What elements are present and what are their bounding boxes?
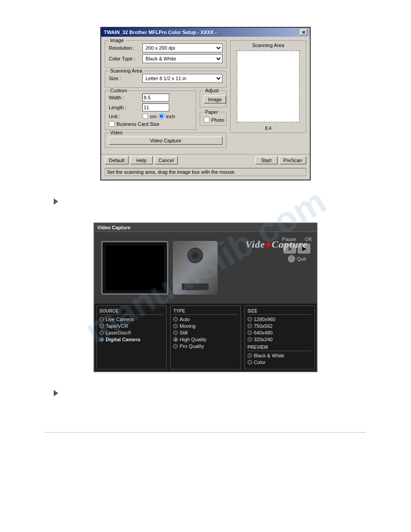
video-bottom-panels: SOURCE Live Camera Tape/VCR LaserDisc® xyxy=(94,304,317,371)
live-camera-radio[interactable] xyxy=(99,317,104,322)
tape-vcr-radio[interactable] xyxy=(99,324,104,328)
adjust-group: Adjust Image xyxy=(200,90,227,107)
prescan-button[interactable]: PreScan xyxy=(279,156,306,164)
adjust-group-label: Adjust xyxy=(204,88,220,93)
video-titlebar: Video Capture xyxy=(94,223,317,232)
twain-close-button[interactable]: ✕ xyxy=(300,29,307,35)
image-adjust-button[interactable]: Image xyxy=(204,95,226,103)
size-320-radio[interactable] xyxy=(248,337,252,342)
resolution-select[interactable]: 200 x 200 dpi 300 x 300 dpi 600 x 600 dp… xyxy=(142,43,223,52)
size-panel-title: SIZE xyxy=(248,309,312,315)
size-1280x960[interactable]: 1280x960 xyxy=(248,317,312,322)
live-camera-label: Live Camera xyxy=(106,317,133,322)
twain-dialog: TWAIN_32 Brother MFLPro Color Setup - XX… xyxy=(100,27,311,180)
cancel-button[interactable]: Cancel xyxy=(154,156,178,164)
quit-label: Quit xyxy=(297,256,306,262)
digital-camera-radio[interactable] xyxy=(99,337,104,342)
video-logo-dot: ● xyxy=(265,239,271,250)
custom-group-label: Custom xyxy=(109,88,128,93)
preview-color-label: Color xyxy=(254,360,265,365)
high-quality-radio[interactable] xyxy=(173,337,178,342)
source-tape-vcr[interactable]: Tape/VCR xyxy=(99,323,163,329)
source-panel: SOURCE Live Camera Tape/VCR LaserDisc® xyxy=(96,305,167,369)
source-digital-camera[interactable]: Digital Camera xyxy=(99,337,163,342)
business-card-label: Business Card Size xyxy=(116,121,159,127)
size-1280-radio[interactable] xyxy=(248,317,252,322)
size-640x480[interactable]: 640x480 xyxy=(248,330,312,335)
type-still[interactable]: Still xyxy=(173,330,237,335)
preview-bw-radio[interactable] xyxy=(248,353,252,358)
size-320x240[interactable]: 320x240 xyxy=(248,337,312,342)
auto-radio[interactable] xyxy=(173,317,178,322)
preview-color[interactable]: Color xyxy=(248,360,312,365)
scanning-area-preview-label: Scanning Area xyxy=(232,43,304,48)
image-group: Image Resolution : 200 x 200 dpi 300 x 3… xyxy=(105,40,227,68)
paper-group-label: Paper xyxy=(204,109,219,115)
type-panel: TYPE Auto Moving Still xyxy=(170,305,240,369)
size-640-label: 640x480 xyxy=(254,330,273,335)
twain-footer: Default Help Cancel Start PreScan xyxy=(101,154,310,166)
preview-color-radio[interactable] xyxy=(248,360,252,365)
arrow-bullet-2 xyxy=(54,390,58,396)
still-radio[interactable] xyxy=(173,330,178,335)
moving-label: Moving xyxy=(180,323,195,329)
photo-label: Photo xyxy=(211,117,224,123)
unit-cm-radio[interactable] xyxy=(142,113,148,119)
length-input[interactable] xyxy=(142,103,169,112)
type-moving[interactable]: Moving xyxy=(173,323,237,329)
size-750x562[interactable]: 750x562 xyxy=(248,323,312,329)
color-type-select[interactable]: Black & White Gray 24bit Color xyxy=(142,54,223,63)
custom-group: Custom Width : Length : xyxy=(105,90,196,130)
video-capture-button[interactable]: Video Capture xyxy=(109,137,223,145)
video-logo: Vide●Capture xyxy=(245,239,308,250)
digital-camera-label: Digital Camera xyxy=(106,337,140,342)
video-preview-screen xyxy=(106,245,164,290)
unit-inch-radio[interactable] xyxy=(158,113,164,119)
preview-panel-title: PREVIEW xyxy=(248,345,312,351)
photo-checkbox[interactable] xyxy=(204,117,210,123)
source-panel-title: SOURCE xyxy=(99,309,163,315)
laserdisc-label: LaserDisc® xyxy=(106,330,131,335)
pro-quality-label: Pro Quality xyxy=(180,343,204,349)
high-quality-label: High Quality xyxy=(180,337,206,342)
start-button[interactable]: Start xyxy=(255,156,278,164)
quit-circle-button[interactable] xyxy=(288,255,295,262)
resolution-label: Resolution : xyxy=(109,45,142,51)
arrow-bullet-1 xyxy=(54,198,58,205)
auto-label: Auto xyxy=(180,317,190,322)
source-live-camera[interactable]: Live Camera xyxy=(99,317,163,322)
business-card-checkbox[interactable] xyxy=(109,121,115,127)
tape-vcr-label: Tape/VCR xyxy=(106,323,128,329)
type-pro-quality[interactable]: Pro Quality xyxy=(173,343,237,349)
help-button[interactable]: Help xyxy=(130,156,153,164)
size-640-radio[interactable] xyxy=(248,330,252,335)
scanning-area-group-label: Scanning Area xyxy=(109,68,144,73)
size-select[interactable]: Letter 8 1/2 x 11 in A4 210 x 297 mm xyxy=(142,74,223,83)
status-bar: Set the scanning area, drag the image bo… xyxy=(105,168,306,176)
size-1280-label: 1280x960 xyxy=(254,317,275,322)
preview-bw[interactable]: Black & White xyxy=(248,353,312,358)
moving-radio[interactable] xyxy=(173,324,178,328)
close-icon: ✕ xyxy=(302,30,305,35)
video-top-area: Vide●Capture Pause OK ⏸ ▶ Qu xyxy=(94,232,317,304)
scan-preview-box xyxy=(237,51,300,122)
twain-title: TWAIN_32 Brother MFLPro Color Setup - XX… xyxy=(104,30,217,35)
pro-quality-radio[interactable] xyxy=(173,344,178,348)
video-group: Video Video Capture xyxy=(105,133,227,148)
laserdisc-radio[interactable] xyxy=(99,330,104,335)
source-laserdisc[interactable]: LaserDisc® xyxy=(99,330,163,335)
scanning-area-preview: Scanning Area 8.4 xyxy=(230,40,306,133)
scan-dim-label: 8.4 xyxy=(232,126,304,131)
unit-inch-label: inch xyxy=(166,114,175,119)
type-high-quality[interactable]: High Quality xyxy=(173,337,237,342)
unit-label: Unit : xyxy=(109,114,142,119)
size-320-label: 320x240 xyxy=(254,337,273,342)
default-button[interactable]: Default xyxy=(105,156,128,164)
still-label: Still xyxy=(180,330,188,335)
camera-image xyxy=(173,241,218,295)
video-title: Video Capture xyxy=(97,225,130,230)
width-input[interactable] xyxy=(142,94,169,102)
size-750-radio[interactable] xyxy=(248,324,252,328)
type-panel-title: TYPE xyxy=(173,309,237,315)
type-auto[interactable]: Auto xyxy=(173,317,237,322)
